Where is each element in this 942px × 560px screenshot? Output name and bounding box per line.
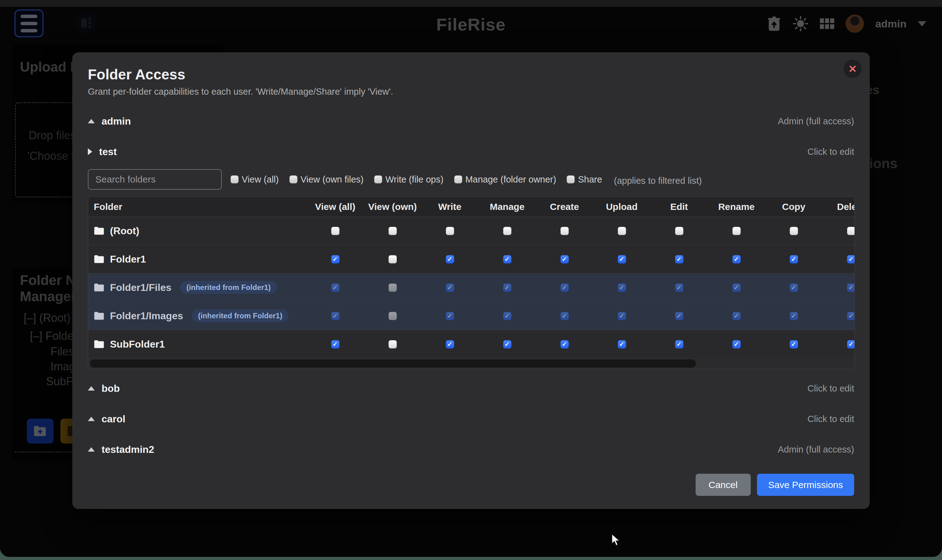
folder-icon bbox=[94, 340, 105, 349]
column-header: Rename bbox=[708, 202, 765, 212]
column-header: Upload bbox=[593, 202, 650, 212]
permission-checkbox[interactable] bbox=[675, 255, 683, 263]
column-header: Write bbox=[421, 202, 479, 212]
close-button[interactable]: ✕ bbox=[843, 60, 862, 78]
folder-name: SubFolder1 bbox=[110, 338, 165, 350]
permission-checkbox[interactable] bbox=[388, 312, 397, 320]
permission-checkbox[interactable] bbox=[847, 283, 855, 292]
permission-checkbox[interactable] bbox=[446, 340, 454, 349]
permission-checkbox[interactable] bbox=[618, 255, 626, 263]
permission-checkbox[interactable] bbox=[446, 312, 454, 320]
filter-checkbox[interactable] bbox=[566, 175, 575, 183]
permission-checkbox[interactable] bbox=[618, 283, 626, 292]
permission-cell bbox=[536, 340, 593, 349]
permission-checkbox[interactable] bbox=[560, 255, 569, 263]
permission-checkbox[interactable] bbox=[331, 227, 340, 235]
permission-checkbox[interactable] bbox=[733, 227, 741, 235]
permission-checkbox[interactable] bbox=[847, 255, 855, 263]
permission-checkbox[interactable] bbox=[331, 255, 340, 263]
permission-cell bbox=[306, 312, 364, 320]
permission-checkbox[interactable] bbox=[503, 340, 511, 349]
table-row: SubFolder1 bbox=[88, 330, 855, 358]
user-row-test[interactable]: test Click to edit bbox=[88, 142, 854, 162]
permission-cell bbox=[421, 312, 479, 320]
permission-checkbox[interactable] bbox=[388, 340, 397, 349]
permission-checkbox[interactable] bbox=[733, 312, 741, 320]
permission-checkbox[interactable] bbox=[675, 340, 683, 349]
user-name: testadmin2 bbox=[102, 444, 154, 455]
permission-checkbox[interactable] bbox=[331, 312, 340, 320]
user-row-testadmin2[interactable]: testadmin2 Admin (full access) bbox=[88, 440, 854, 459]
filter-checkbox[interactable] bbox=[454, 175, 462, 183]
permission-cell bbox=[479, 312, 536, 320]
permissions-table: FolderView (all)View (own)WriteManageCre… bbox=[88, 197, 855, 369]
filter-item: Write (file ops) bbox=[374, 174, 443, 185]
filter-label: View (all) bbox=[242, 174, 279, 185]
permission-cell bbox=[593, 312, 650, 320]
filter-checkboxes: View (all)View (own files)Write (file op… bbox=[231, 174, 702, 185]
cancel-button[interactable]: Cancel bbox=[696, 474, 751, 496]
permission-checkbox[interactable] bbox=[560, 283, 569, 292]
permission-checkbox[interactable] bbox=[790, 283, 798, 292]
permission-checkbox[interactable] bbox=[733, 340, 741, 349]
permission-checkbox[interactable] bbox=[675, 227, 683, 235]
table-row: (Root) bbox=[88, 217, 855, 245]
user-name: carol bbox=[102, 413, 125, 425]
permission-cell bbox=[708, 227, 765, 235]
permission-checkbox[interactable] bbox=[618, 312, 626, 320]
permission-checkbox[interactable] bbox=[446, 255, 454, 263]
permission-cell bbox=[593, 283, 650, 292]
permission-checkbox[interactable] bbox=[446, 227, 454, 235]
horizontal-scrollbar-track[interactable] bbox=[88, 358, 854, 369]
permission-checkbox[interactable] bbox=[618, 340, 626, 349]
permission-checkbox[interactable] bbox=[847, 227, 855, 235]
permission-checkbox[interactable] bbox=[790, 227, 798, 235]
permission-checkbox[interactable] bbox=[560, 227, 569, 235]
user-row-admin[interactable]: admin Admin (full access) bbox=[88, 111, 854, 131]
permission-checkbox[interactable] bbox=[388, 283, 397, 292]
folder-icon bbox=[94, 311, 105, 320]
permission-checkbox[interactable] bbox=[503, 227, 511, 235]
permission-checkbox[interactable] bbox=[331, 283, 340, 292]
search-folders-input[interactable] bbox=[88, 169, 222, 190]
permission-checkbox[interactable] bbox=[675, 283, 683, 292]
permission-cell bbox=[306, 283, 364, 292]
folder-filter-bar: View (all)View (own files)Write (file op… bbox=[88, 169, 854, 190]
user-status: Admin (full access) bbox=[778, 116, 854, 126]
permission-checkbox[interactable] bbox=[503, 312, 511, 320]
modal-subtitle: Grant per-folder capabilities to each us… bbox=[88, 86, 854, 97]
permission-checkbox[interactable] bbox=[503, 283, 511, 292]
permission-checkbox[interactable] bbox=[388, 227, 397, 235]
filter-checkbox[interactable] bbox=[231, 175, 239, 183]
folder-name: Folder1/Images bbox=[110, 310, 183, 322]
filter-checkbox[interactable] bbox=[289, 175, 297, 183]
permission-checkbox[interactable] bbox=[847, 312, 855, 320]
permission-checkbox[interactable] bbox=[790, 312, 798, 320]
user-row-carol[interactable]: carol Click to edit bbox=[88, 409, 854, 429]
horizontal-scrollbar-thumb[interactable] bbox=[90, 359, 696, 368]
user-row-bob[interactable]: bob Click to edit bbox=[88, 378, 854, 398]
filter-label: Share bbox=[578, 174, 602, 185]
permission-cell bbox=[364, 255, 421, 263]
permission-checkbox[interactable] bbox=[733, 255, 741, 263]
permission-checkbox[interactable] bbox=[790, 255, 798, 263]
permission-checkbox[interactable] bbox=[733, 283, 741, 292]
permission-cell bbox=[708, 312, 765, 320]
permission-checkbox[interactable] bbox=[560, 340, 569, 349]
permission-checkbox[interactable] bbox=[446, 283, 454, 292]
permission-checkbox[interactable] bbox=[388, 255, 397, 263]
permission-checkbox[interactable] bbox=[503, 255, 511, 263]
permission-cell bbox=[479, 340, 536, 349]
filter-checkbox[interactable] bbox=[374, 175, 382, 183]
permission-checkbox[interactable] bbox=[618, 227, 626, 235]
permission-checkbox[interactable] bbox=[560, 312, 569, 320]
save-permissions-button[interactable]: Save Permissions bbox=[757, 474, 854, 496]
permission-checkbox[interactable] bbox=[847, 340, 855, 349]
permission-checkbox[interactable] bbox=[790, 340, 798, 349]
permission-cell bbox=[306, 255, 364, 263]
permission-checkbox[interactable] bbox=[331, 340, 340, 349]
permission-checkbox[interactable] bbox=[675, 312, 683, 320]
expand-triangle-icon bbox=[88, 148, 92, 155]
permission-cell bbox=[421, 255, 479, 263]
table-header-row: FolderView (all)View (own)WriteManageCre… bbox=[88, 197, 855, 217]
